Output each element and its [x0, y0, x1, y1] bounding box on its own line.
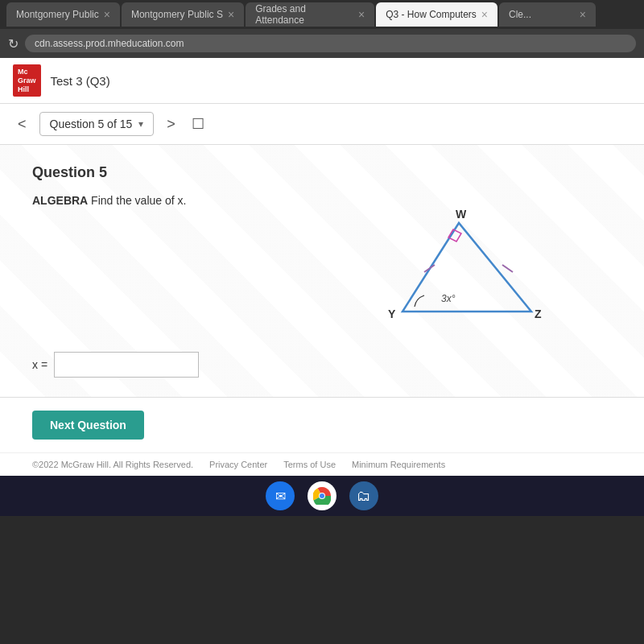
footer-bar: Next Question	[0, 397, 644, 452]
tab-grades[interactable]: Grades and Attendance ×	[246, 2, 374, 27]
question-selector-label: Question 5 of 15	[50, 118, 133, 130]
mail-symbol: ✉	[275, 489, 286, 504]
question-text: ALGEBRA Find the value of x.	[32, 194, 612, 207]
terms-of-use-link[interactable]: Terms of Use	[283, 460, 336, 469]
privacy-center-link[interactable]: Privacy Center	[209, 460, 267, 469]
prev-question-button[interactable]: <	[13, 114, 31, 134]
tab-cle[interactable]: Cle... ×	[499, 2, 596, 27]
instruction-bold: ALGEBRA	[32, 194, 88, 207]
mcgraw-hill-logo: Mc Graw Hill	[13, 64, 41, 97]
question-area: Question 5 ALGEBRA Find the value of x. …	[0, 145, 644, 397]
tab-q3[interactable]: Q3 - How Computers ×	[376, 2, 497, 27]
chrome-svg	[313, 487, 331, 505]
copyright-text: ©2022 McGraw Hill. All Rights Reserved.	[32, 460, 193, 469]
question-number: Question 5	[32, 164, 612, 181]
taskbar-mail-icon[interactable]: ✉	[266, 481, 295, 510]
files-symbol: 🗂	[357, 488, 371, 505]
question-content: Question 5 ALGEBRA Find the value of x. …	[32, 164, 612, 378]
svg-line-2	[502, 265, 513, 272]
instruction-text: Find the value of x.	[88, 194, 186, 207]
diagram-container: W Y Z 3x°	[32, 207, 612, 336]
tab-close-2[interactable]: ×	[228, 8, 234, 21]
browser-chrome: Montgomery Public × Montgomery Public S …	[0, 0, 644, 58]
svg-point-5	[320, 493, 324, 498]
angle-label: 3x°	[441, 293, 456, 304]
taskbar-chrome-icon[interactable]	[308, 481, 336, 510]
vertex-w-label: W	[456, 208, 467, 221]
copyright-bar: ©2022 McGraw Hill. All Rights Reserved. …	[0, 452, 644, 476]
taskbar: ✉ 🗂	[0, 476, 644, 516]
tab-close-1[interactable]: ×	[104, 8, 110, 21]
answer-label: x =	[32, 358, 47, 371]
tab-close-4[interactable]: ×	[481, 8, 488, 21]
answer-row: x =	[32, 352, 612, 378]
svg-marker-0	[402, 223, 531, 312]
answer-input[interactable]	[54, 352, 199, 378]
tab-close-3[interactable]: ×	[358, 8, 365, 21]
nav-bar: < Question 5 of 15 ▾ > ☐	[0, 104, 644, 145]
taskbar-files-icon[interactable]: 🗂	[349, 481, 378, 510]
refresh-icon[interactable]: ↻	[8, 36, 19, 52]
app-header: Mc Graw Hill Test 3 (Q3)	[0, 58, 644, 104]
tab-montgomery-2[interactable]: Montgomery Public S ×	[122, 2, 244, 27]
test-title: Test 3 (Q3)	[51, 74, 110, 88]
tab-label: Montgomery Public S	[131, 9, 223, 20]
next-question-button[interactable]: >	[162, 114, 180, 134]
vertex-z-label: Z	[535, 308, 542, 320]
next-question-button[interactable]: Next Question	[32, 411, 144, 440]
chevron-down-icon: ▾	[138, 118, 143, 130]
question-selector-dropdown[interactable]: Question 5 of 15 ▾	[39, 112, 155, 136]
address-input[interactable]	[25, 35, 636, 52]
vertex-y-label: Y	[388, 308, 396, 320]
tab-bar: Montgomery Public × Montgomery Public S …	[0, 0, 644, 29]
tab-label: Grades and Attendance	[255, 3, 353, 26]
address-bar: ↻	[0, 29, 644, 58]
tab-label: Montgomery Public	[16, 9, 99, 20]
tab-label: Q3 - How Computers	[386, 9, 477, 20]
minimum-requirements-link[interactable]: Minimum Requirements	[352, 460, 445, 469]
bookmark-icon[interactable]: ☐	[192, 115, 204, 133]
tab-close-5[interactable]: ×	[580, 8, 586, 21]
tab-montgomery-1[interactable]: Montgomery Public ×	[6, 2, 120, 27]
tab-label: Cle...	[509, 9, 531, 20]
triangle-diagram: W Y Z 3x°	[370, 207, 564, 336]
